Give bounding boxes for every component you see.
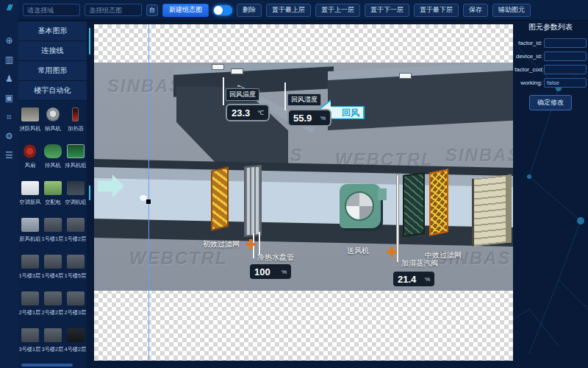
palette-item[interactable]: 交配电	[41, 178, 64, 215]
coil-value-box[interactable]: 100 %	[248, 263, 293, 280]
toolbar-button[interactable]: 置于最下层	[414, 4, 459, 17]
palette-item-icon	[67, 181, 85, 195]
return-temp-label: 回风温度	[226, 88, 259, 101]
rail-icon-button[interactable]: ⚙	[0, 127, 18, 146]
toolbar-button[interactable]: 删除	[237, 4, 262, 17]
toggle-knob	[214, 6, 223, 15]
palette-item[interactable]: 排风机组	[64, 141, 87, 178]
palette-item[interactable]: 空调机组	[64, 178, 87, 215]
palette-item[interactable]: 空调新风	[18, 178, 41, 215]
property-row: factor_cod:	[514, 65, 587, 74]
steam-valve-value-box[interactable]: 21.4 %	[392, 270, 436, 288]
rail-icon-button[interactable]: ⌗	[0, 107, 18, 127]
palette-category[interactable]: 基本图形	[18, 21, 87, 41]
palette-item[interactable]: 1号楼5层	[64, 252, 87, 289]
palette-item[interactable]: 3号楼2层	[41, 325, 64, 362]
palette-item[interactable]: 1号楼2层	[64, 215, 87, 252]
toolbar-button[interactable]: 置于上一层	[315, 4, 360, 17]
coil-label: 冷热水盘管	[257, 252, 294, 263]
palette-item[interactable]: 消防风机	[18, 105, 41, 141]
palette-item[interactable]: 2号楼1层	[18, 289, 41, 325]
hvac-diagram[interactable]: SINBASWEBCTRLSINBASSINBASWEBCTRLSINBASWE…	[94, 63, 513, 291]
selection-handle[interactable]	[146, 199, 151, 204]
palette-item[interactable]: 1号楼4层	[41, 252, 64, 289]
config-select-input[interactable]	[85, 4, 142, 16]
return-humidity-unit: %	[320, 115, 326, 121]
toolbar-button[interactable]: 置于最上层	[266, 4, 311, 17]
toolbar-button[interactable]: 保存	[463, 4, 488, 17]
water-coil[interactable]	[244, 165, 262, 237]
palette-item[interactable]: 1号楼3层	[18, 252, 41, 289]
palette-item-label: 3号楼2层	[42, 346, 64, 353]
palette-item-icon	[44, 218, 62, 232]
property-input[interactable]	[544, 65, 587, 74]
return-duct-front-face	[328, 71, 513, 130]
coil-valve-icon[interactable]	[245, 239, 256, 250]
palette-item[interactable]: 轴风机	[41, 105, 64, 141]
leader-line	[223, 77, 224, 105]
rail-icon-button[interactable]: ▣	[0, 88, 18, 107]
palette-category[interactable]: 楼宇自动化	[18, 81, 87, 101]
palette-item-icon	[21, 328, 39, 342]
design-canvas[interactable]: SINBASWEBCTRLSINBASSINBASWEBCTRLSINBASWE…	[94, 24, 513, 361]
auto-mini-button[interactable]: 自	[146, 4, 158, 16]
palette-item[interactable]: 2号楼3层	[64, 289, 87, 325]
palette-item[interactable]: 4号楼2层	[64, 325, 87, 362]
rail-icon-button[interactable]: ♟	[0, 69, 18, 88]
palette-item[interactable]: 新风机组	[18, 215, 41, 252]
edit-mode-toggle[interactable]	[213, 5, 232, 15]
return-humidity-value: 55.9	[293, 113, 312, 124]
palette-item[interactable]: 3号楼1层	[18, 325, 41, 362]
property-row: working: false	[514, 78, 587, 88]
vertical-guideline[interactable]	[148, 24, 149, 361]
domain-select-input[interactable]	[23, 4, 80, 16]
palette-item[interactable]: 加热器	[64, 105, 87, 141]
toolbar-button[interactable]: 辅助图元	[492, 4, 531, 17]
return-temp-value-box[interactable]: 23.3 ℃	[226, 104, 270, 121]
rail-icon-list: ⊕ ▥ ♟ ▣ ⌗ ⚙ ☰	[0, 31, 18, 165]
palette-category[interactable]: 常用图形	[18, 61, 87, 81]
confirm-modify-button[interactable]: 确定修改	[529, 95, 572, 110]
rail-icon-button[interactable]: ☰	[0, 146, 18, 165]
property-label: factor_id:	[514, 40, 544, 46]
outlet-grille[interactable]	[472, 174, 512, 247]
medium-filter[interactable]	[429, 169, 448, 236]
toolbar-button[interactable]: 置于下一层	[365, 4, 409, 17]
humidifier-section[interactable]	[403, 172, 425, 237]
palette-item-icon	[44, 144, 62, 158]
property-input[interactable]: false	[544, 78, 587, 88]
supply-fan[interactable]	[340, 184, 381, 228]
palette-item-icon	[67, 218, 85, 232]
palette-item-label: 空调机组	[65, 199, 86, 206]
primary-filter-label: 初效过滤网	[203, 239, 240, 250]
properties-panel: 图元参数列表 factor_id: device_id: factor_cod:…	[514, 22, 587, 110]
palette-item-label: 消防风机	[19, 125, 40, 132]
steam-valve-icon[interactable]	[387, 247, 397, 257]
return-air-arrow-label: 回风	[342, 107, 359, 119]
palette-item-icon	[24, 144, 36, 158]
return-humidity-value-box[interactable]: 55.9 %	[287, 109, 331, 127]
palette-item[interactable]: 2号楼2层	[41, 289, 64, 325]
rail-icon: ☰	[5, 150, 13, 160]
roof-vent	[231, 68, 243, 74]
rail-icon-button[interactable]: ▥	[0, 50, 18, 69]
property-input[interactable]	[544, 52, 587, 61]
property-input[interactable]	[544, 38, 587, 48]
palette-item[interactable]: 排风机	[41, 141, 64, 178]
palette-item[interactable]: 风扇	[18, 141, 41, 178]
palette-item-icon	[44, 291, 62, 305]
return-temp-value: 23.3	[232, 107, 250, 118]
palette-item-label: 风扇	[24, 162, 35, 169]
palette-category[interactable]: 连接线	[18, 41, 87, 61]
primary-filter[interactable]	[211, 166, 229, 231]
new-config-button[interactable]: 新建组态图	[162, 4, 209, 17]
rail-icon-button[interactable]: ⊕	[0, 31, 18, 50]
steam-valve-unit: %	[425, 276, 430, 283]
roof-vent	[212, 64, 224, 70]
palette-item-icon	[44, 328, 62, 342]
palette-item[interactable]: 1号楼1层	[41, 215, 64, 252]
palette-scrollbar[interactable]	[21, 364, 73, 367]
palette-item-icon	[21, 181, 39, 195]
app-logo: ///	[7, 3, 11, 12]
palette-item-icon	[44, 255, 62, 269]
